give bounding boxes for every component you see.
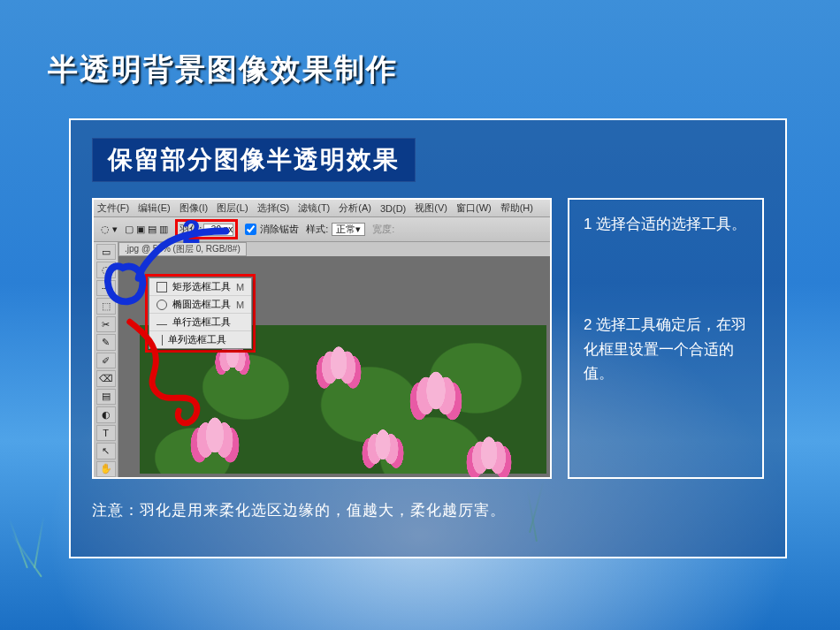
antialias-label: 消除锯齿 [260,223,299,236]
menu-image[interactable]: 图像(I) [179,201,208,215]
marquee-tool-icon[interactable]: ◌ ▾ [101,224,118,235]
feather-input[interactable] [203,224,233,236]
document-tab[interactable]: .jpg @ 50% (图层 0, RGB/8#) [118,242,247,256]
step-1: 1 选择合适的选择工具。 [584,212,748,236]
tool-item[interactable]: ▤ [96,389,116,405]
menu-select[interactable]: 选择(S) [257,201,290,215]
flyout-ellipse-marquee[interactable]: 椭圆选框工具M [149,296,251,314]
menu-help[interactable]: 帮助(H) [500,201,533,215]
selection-mode-icons[interactable]: ▢ ▣ ▤ ▥ [125,224,168,235]
subtitle: 保留部分图像半透明效果 [92,138,416,182]
tool-item[interactable]: ✐ [96,353,116,368]
marquee-flyout-highlight: 矩形选框工具M 椭圆选框工具M 单行选框工具 单列选框工具 [145,274,256,353]
tool-item[interactable]: ◐ [96,406,116,422]
note-text: 注意：羽化是用来柔化选区边缘的，值越大，柔化越厉害。 [92,500,764,520]
menu-edit[interactable]: 编辑(E) [138,201,171,215]
main-panel: 保留部分图像半透明效果 文件(F) 编辑(E) 图像(I) 图层(L) 选择(S… [69,118,787,558]
feather-field-highlight: 羽化: [175,219,238,239]
tool-item[interactable]: ⇢ [96,280,116,296]
page-title: 半透明背景图像效果制作 [48,49,398,90]
menu-file[interactable]: 文件(F) [97,201,129,215]
menu-filter[interactable]: 滤镜(T) [298,201,330,215]
tool-item[interactable]: ✂ [96,316,116,332]
marquee-flyout: 矩形选框工具M 椭圆选框工具M 单行选框工具 单列选框工具 [149,277,252,349]
tool-item[interactable]: T [96,425,116,441]
tool-item[interactable]: ◌ [96,262,116,277]
ps-canvas: 矩形选框工具M 椭圆选框工具M 单行选框工具 单列选框工具 [118,256,550,477]
menu-layer[interactable]: 图层(L) [217,201,248,215]
photoshop-screenshot: 文件(F) 编辑(E) 图像(I) 图层(L) 选择(S) 滤镜(T) 分析(A… [92,198,552,479]
tool-item[interactable]: ✋ [96,461,116,477]
flyout-single-col[interactable]: 单列选框工具 [149,331,251,348]
tool-item[interactable]: ⬚ [96,298,116,314]
steps-panel: 1 选择合适的选择工具。 2 选择工具确定后，在羽化框里设置一个合适的值。 [568,198,764,479]
width-label: 宽度: [372,223,394,236]
ps-toolbox: ▭ ◌ ⇢ ⬚ ✂ ✎ ✐ ⌫ ▤ ◐ T ↖ ✋ [94,242,118,477]
flyout-rect-marquee[interactable]: 矩形选框工具M [149,278,251,296]
step-2: 2 选择工具确定后，在羽化框里设置一个合适的值。 [584,313,748,385]
antialias-checkbox[interactable] [245,224,256,235]
tool-item[interactable]: ↖ [96,443,116,459]
tool-item[interactable]: ⌫ [96,370,116,386]
tool-item[interactable]: ▭ [96,244,116,260]
menu-window[interactable]: 窗口(W) [456,201,492,215]
menu-3d[interactable]: 3D(D) [380,203,406,214]
menu-analysis[interactable]: 分析(A) [339,201,371,215]
flyout-single-row[interactable]: 单行选框工具 [149,314,251,331]
feather-label: 羽化: [179,223,202,236]
menu-view[interactable]: 视图(V) [415,201,447,215]
style-label: 样式: [306,223,328,236]
ps-menu-bar: 文件(F) 编辑(E) 图像(I) 图层(L) 选择(S) 滤镜(T) 分析(A… [94,200,550,217]
ps-options-bar: ◌ ▾ ▢ ▣ ▤ ▥ 羽化: 消除锯齿 样式:正常 ▾ 宽度: [94,217,550,242]
tool-item[interactable]: ✎ [96,334,116,350]
style-dropdown[interactable]: 正常 ▾ [332,223,365,236]
